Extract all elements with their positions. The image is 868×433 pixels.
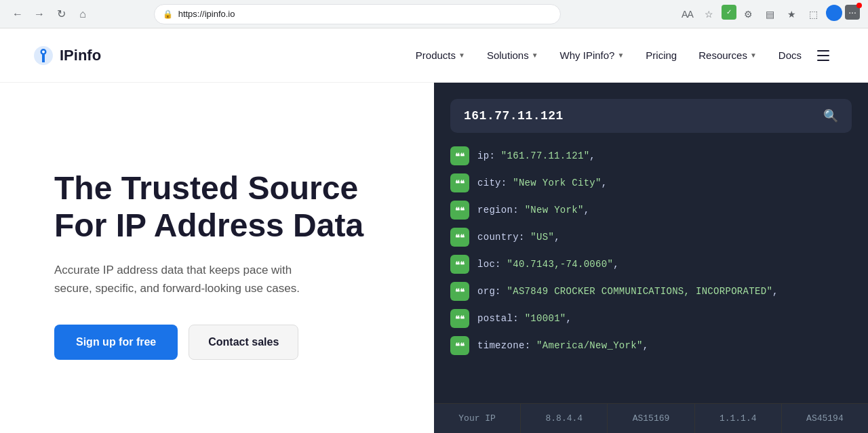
extension-icon-green[interactable]: ✓: [722, 5, 736, 20]
tab-your-ip[interactable]: Your IP: [434, 404, 521, 433]
contact-sales-button[interactable]: Contact sales: [189, 325, 298, 360]
json-icon-city: ❝❝: [450, 173, 469, 192]
json-row-org: ❝❝ org: "AS7849 CROCKER COMMUNICATIONS, …: [450, 282, 852, 301]
json-icon-region: ❝❝: [450, 201, 469, 220]
json-row-region: ❝❝ region: "New York",: [450, 201, 852, 220]
browser-chrome: ← → ↻ ⌂ 🔒 https://ipinfo.io A A ☆ ✓ ⚙ ▤ …: [0, 0, 868, 28]
json-icon-postal: ❝❝: [450, 309, 469, 328]
json-icon-country: ❝❝: [450, 228, 469, 247]
hero-buttons: Sign up for free Contact sales: [54, 325, 393, 360]
profile-icon[interactable]: [826, 5, 842, 21]
json-row-loc: ❝❝ loc: "40.7143,-74.0060",: [450, 255, 852, 274]
json-text-city: city: "New York City",: [477, 178, 607, 188]
bookmark-button[interactable]: ☆: [700, 5, 719, 24]
browser-actions: A A ☆ ✓ ⚙ ▤ ★ ⬚ ···: [678, 5, 860, 24]
address-bar[interactable]: 🔒 https://ipinfo.io: [154, 4, 561, 24]
nav-links: Products ▼ Solutions ▼ Why IPinfo? ▼ Pri…: [406, 44, 811, 66]
nav-link-solutions[interactable]: Solutions ▼: [477, 44, 548, 66]
json-row-postal: ❝❝ postal: "10001",: [450, 309, 852, 328]
json-row-timezone: ❝❝ timezone: "America/New_York",: [450, 336, 852, 355]
json-text-country: country: "US",: [477, 232, 560, 243]
hero-title: The Trusted Source For IP Address Data: [54, 169, 393, 244]
logo-icon: [33, 45, 54, 66]
json-text-region: region: "New York",: [477, 205, 589, 215]
hero-right-panel: 161.77.11.121 🔍 ❝❝ ip: "161.77.11.121", …: [434, 83, 868, 433]
extension-icon-red[interactable]: ···: [845, 5, 860, 20]
nav-link-pricing[interactable]: Pricing: [636, 44, 686, 66]
lock-icon: 🔒: [163, 9, 173, 19]
json-icon-loc: ❝❝: [450, 255, 469, 274]
hamburger-menu[interactable]: [811, 43, 835, 68]
ip-input-display: 161.77.11.121: [464, 109, 564, 123]
chevron-down-icon: ▼: [458, 51, 465, 59]
search-icon[interactable]: 🔍: [823, 108, 838, 123]
nav-link-why[interactable]: Why IPinfo? ▼: [551, 44, 634, 66]
svg-point-0: [42, 50, 45, 53]
json-text-org: org: "AS7849 CROCKER COMMUNICATIONS, INC…: [477, 286, 778, 297]
json-text-ip: ip: "161.77.11.121",: [477, 150, 595, 161]
nav-item-pricing: Pricing: [636, 44, 686, 66]
hero-section: The Trusted Source For IP Address Data A…: [0, 83, 868, 433]
nav-item-resources: Resources ▼: [689, 44, 766, 66]
nav-item-docs: Docs: [769, 44, 811, 66]
json-text-loc: loc: "40.7143,-74.0060",: [477, 259, 619, 270]
tab-as45194[interactable]: AS45194: [782, 404, 868, 433]
home-button[interactable]: ⌂: [73, 5, 92, 24]
refresh-button[interactable]: ↻: [52, 5, 71, 24]
hero-subtitle: Accurate IP address data that keeps pace…: [54, 261, 326, 297]
font-button[interactable]: A A: [678, 5, 697, 24]
screenshot-button[interactable]: ⬚: [804, 5, 823, 24]
json-icon-org: ❝❝: [450, 282, 469, 301]
tab-1114[interactable]: 1.1.1.4: [695, 404, 782, 433]
tab-as15169[interactable]: AS15169: [608, 404, 694, 433]
nav-item-solutions: Solutions ▼: [477, 44, 548, 66]
extension-button[interactable]: ⚙: [739, 5, 758, 24]
favorites-button[interactable]: ★: [783, 5, 802, 24]
logo-text: IPinfo: [60, 47, 101, 64]
signup-button[interactable]: Sign up for free: [54, 325, 178, 360]
nav-item-why: Why IPinfo? ▼: [551, 44, 634, 66]
ip-tabs: Your IP 8.8.4.4 AS15169 1.1.1.4 AS45194: [434, 403, 868, 433]
nav-item-products: Products ▼: [406, 44, 475, 66]
nav-link-products[interactable]: Products ▼: [406, 44, 475, 66]
json-row-ip: ❝❝ ip: "161.77.11.121",: [450, 146, 852, 165]
json-icon-timezone: ❝❝: [450, 336, 469, 355]
json-row-city: ❝❝ city: "New York City",: [450, 173, 852, 192]
chevron-down-icon: ▼: [532, 51, 538, 59]
forward-button[interactable]: →: [30, 5, 49, 24]
url-text: https://ipinfo.io: [178, 9, 235, 19]
json-text-postal: postal: "10001",: [477, 313, 572, 324]
hero-left: The Trusted Source For IP Address Data A…: [0, 83, 434, 433]
json-row-country: ❝❝ country: "US",: [450, 228, 852, 247]
back-button[interactable]: ←: [8, 5, 27, 24]
page-content: IPinfo Products ▼ Solutions ▼ Why IPinfo…: [0, 28, 868, 433]
chevron-down-icon: ▼: [617, 51, 624, 59]
reader-view-button[interactable]: ▤: [761, 5, 780, 24]
nav-link-docs[interactable]: Docs: [769, 44, 811, 66]
json-results: ❝❝ ip: "161.77.11.121", ❝❝ city: "New Yo…: [434, 133, 868, 403]
logo[interactable]: IPinfo: [33, 45, 101, 66]
tab-8844[interactable]: 8.8.4.4: [521, 404, 608, 433]
browser-nav-buttons: ← → ↻ ⌂: [8, 5, 92, 24]
navbar: IPinfo Products ▼ Solutions ▼ Why IPinfo…: [0, 28, 868, 83]
json-icon-ip: ❝❝: [450, 146, 469, 165]
json-text-timezone: timezone: "America/New_York",: [477, 340, 648, 351]
chevron-down-icon: ▼: [750, 51, 757, 59]
ip-search-bar[interactable]: 161.77.11.121 🔍: [450, 99, 852, 133]
nav-link-resources[interactable]: Resources ▼: [689, 44, 766, 66]
